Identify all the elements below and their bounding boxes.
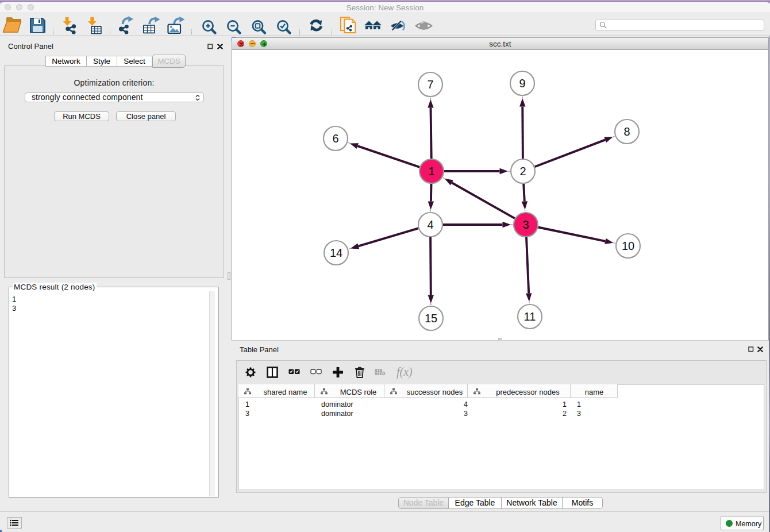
svg-text:2: 2 bbox=[519, 165, 526, 178]
svg-text:4: 4 bbox=[427, 218, 433, 231]
svg-text:7: 7 bbox=[427, 78, 433, 91]
svg-text:9: 9 bbox=[519, 77, 525, 90]
svg-text:3: 3 bbox=[522, 218, 529, 231]
svg-text:8: 8 bbox=[623, 125, 630, 138]
svg-text:15: 15 bbox=[425, 312, 437, 325]
svg-text:6: 6 bbox=[332, 132, 338, 145]
svg-text:14: 14 bbox=[330, 246, 342, 259]
svg-text:11: 11 bbox=[524, 310, 536, 323]
svg-text:10: 10 bbox=[622, 240, 634, 252]
svg-text:1: 1 bbox=[428, 165, 434, 178]
